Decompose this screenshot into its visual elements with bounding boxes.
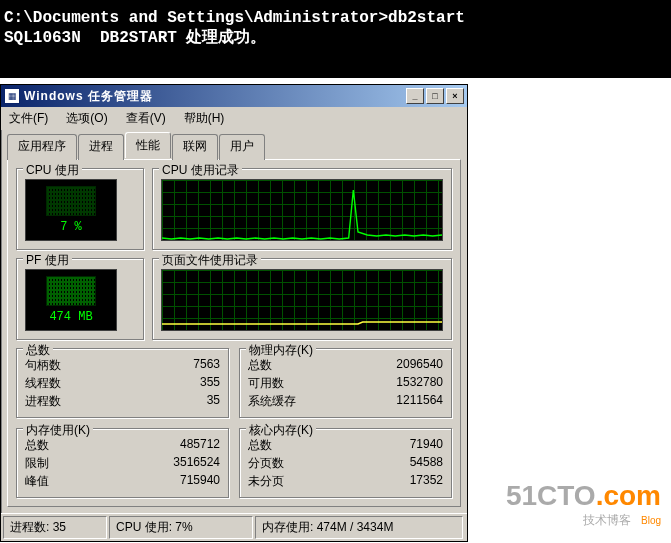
console-line: SQL1063N DB2START 处理成功。 xyxy=(4,29,266,47)
stat-label: 可用数 xyxy=(248,375,284,392)
group-label: CPU 使用 xyxy=(23,162,82,179)
stat-label: 峰值 xyxy=(25,473,49,490)
window-title: Windows 任务管理器 xyxy=(24,88,404,105)
stat-label: 系统缓存 xyxy=(248,393,296,410)
stat-value: 1211564 xyxy=(396,393,443,410)
stat-label: 限制 xyxy=(25,455,49,472)
stat-value: 485712 xyxy=(180,437,220,454)
stat-value: 2096540 xyxy=(396,357,443,374)
stat-label: 总数 xyxy=(248,357,272,374)
cpu-line-plot xyxy=(162,180,442,240)
stat-label: 进程数 xyxy=(25,393,61,410)
cpu-value: 7 % xyxy=(60,220,82,234)
status-bar: 进程数: 35 CPU 使用: 7% 内存使用: 474M / 3434M xyxy=(1,513,467,541)
pf-line-plot xyxy=(162,270,442,330)
stat-value: 1532780 xyxy=(396,375,443,392)
performance-panel: CPU 使用 7 % CPU 使用记录 xyxy=(7,159,461,507)
stat-label: 分页数 xyxy=(248,455,284,472)
commit-charge-box: 内存使用(K) 总数485712 限制3516524 峰值715940 xyxy=(16,428,229,498)
stat-value: 355 xyxy=(200,375,220,392)
brand-suffix: .com xyxy=(596,480,661,511)
titlebar[interactable]: ▦ Windows 任务管理器 _ □ × xyxy=(1,85,467,107)
pf-history-box: 页面文件使用记录 xyxy=(152,258,452,340)
stat-label: 句柄数 xyxy=(25,357,61,374)
task-manager-window: ▦ Windows 任务管理器 _ □ × 文件(F) 选项(O) 查看(V) … xyxy=(0,84,468,542)
command-prompt: C:\Documents and Settings\Administrator>… xyxy=(0,0,671,78)
pf-bars-icon xyxy=(46,276,96,306)
status-processes: 进程数: 35 xyxy=(3,516,107,539)
stat-value: 71940 xyxy=(410,437,443,454)
console-line: C:\Documents and Settings\Administrator>… xyxy=(4,9,465,27)
cpu-meter: 7 % xyxy=(25,179,117,241)
tab-networking[interactable]: 联网 xyxy=(172,134,218,160)
stat-value: 17352 xyxy=(410,473,443,490)
pf-value: 474 MB xyxy=(49,310,92,324)
status-memory: 内存使用: 474M / 3434M xyxy=(255,516,463,539)
tabstrip: 应用程序 进程 性能 联网 用户 xyxy=(7,134,461,160)
brand-main: 51CTO xyxy=(506,480,596,511)
group-label: 物理内存(K) xyxy=(246,342,316,359)
menu-help[interactable]: 帮助(H) xyxy=(180,109,229,128)
close-button[interactable]: × xyxy=(446,88,464,104)
watermark: 51CTO.com 技术博客 Blog xyxy=(506,480,661,529)
pf-meter: 474 MB xyxy=(25,269,117,331)
menu-options[interactable]: 选项(O) xyxy=(62,109,111,128)
stat-value: 35 xyxy=(207,393,220,410)
brand-sub: 技术博客 xyxy=(583,513,631,527)
maximize-button[interactable]: □ xyxy=(426,88,444,104)
tab-processes[interactable]: 进程 xyxy=(78,134,124,160)
stat-value: 3516524 xyxy=(173,455,220,472)
menu-file[interactable]: 文件(F) xyxy=(5,109,52,128)
cpu-history-chart xyxy=(161,179,443,241)
stat-label: 总数 xyxy=(25,437,49,454)
cpu-history-box: CPU 使用记录 xyxy=(152,168,452,250)
stat-value: 54588 xyxy=(410,455,443,472)
minimize-button[interactable]: _ xyxy=(406,88,424,104)
stat-value: 715940 xyxy=(180,473,220,490)
tab-users[interactable]: 用户 xyxy=(219,134,265,160)
group-label: 内存使用(K) xyxy=(23,422,93,439)
group-label: 核心内存(K) xyxy=(246,422,316,439)
cpu-bars-icon xyxy=(46,186,96,216)
app-icon: ▦ xyxy=(4,88,20,104)
pf-history-chart xyxy=(161,269,443,331)
stat-label: 未分页 xyxy=(248,473,284,490)
totals-box: 总数 句柄数7563 线程数355 进程数35 xyxy=(16,348,229,418)
pf-usage-box: PF 使用 474 MB xyxy=(16,258,144,340)
group-label: CPU 使用记录 xyxy=(159,162,242,179)
group-label: 页面文件使用记录 xyxy=(159,252,261,269)
cpu-usage-box: CPU 使用 7 % xyxy=(16,168,144,250)
tab-performance[interactable]: 性能 xyxy=(125,132,171,158)
group-label: PF 使用 xyxy=(23,252,72,269)
menu-view[interactable]: 查看(V) xyxy=(122,109,170,128)
group-label: 总数 xyxy=(23,342,53,359)
stat-label: 总数 xyxy=(248,437,272,454)
kernel-memory-box: 核心内存(K) 总数71940 分页数54588 未分页17352 xyxy=(239,428,452,498)
stat-value: 7563 xyxy=(193,357,220,374)
physical-memory-box: 物理内存(K) 总数2096540 可用数1532780 系统缓存1211564 xyxy=(239,348,452,418)
brand-tag: Blog xyxy=(641,515,661,526)
stat-label: 线程数 xyxy=(25,375,61,392)
menubar: 文件(F) 选项(O) 查看(V) 帮助(H) xyxy=(1,107,467,130)
status-cpu: CPU 使用: 7% xyxy=(109,516,253,539)
tab-applications[interactable]: 应用程序 xyxy=(7,134,77,160)
